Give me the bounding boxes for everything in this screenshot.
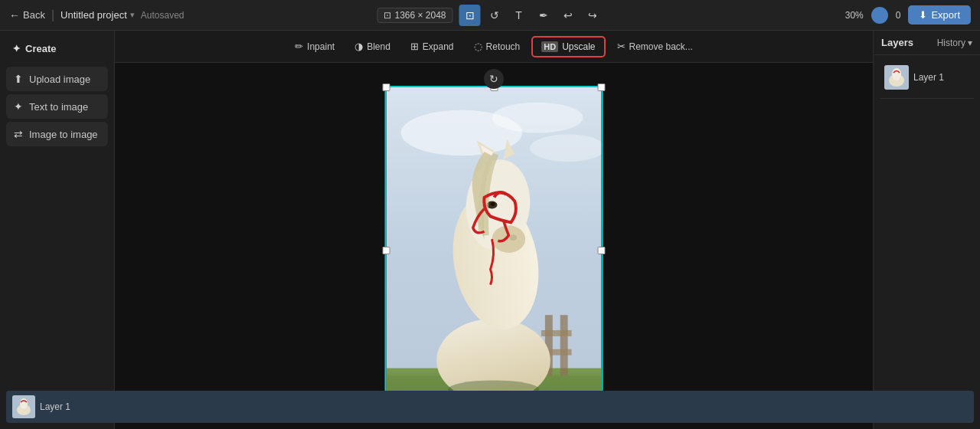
history-arrow-icon: ▾ xyxy=(968,38,972,48)
sidebar-item-image-to-image[interactable]: ⇄ Image to image xyxy=(6,122,108,146)
redo-tool-icon[interactable]: ↪ xyxy=(582,5,603,26)
layer-1-label: Layer 1 xyxy=(913,72,944,83)
blend-tool-button[interactable]: ◑ Blend xyxy=(346,37,399,56)
canvas-refresh-button[interactable]: ↻ xyxy=(484,69,504,89)
horse-image xyxy=(387,87,602,414)
svg-point-16 xyxy=(491,202,495,206)
main-layout: ✦ Create ⬆ Upload image ✦ Text to image … xyxy=(0,31,980,429)
pen-tool-icon[interactable]: ✒ xyxy=(533,5,554,26)
back-arrow-icon: ← xyxy=(9,9,20,21)
expand-tool-button[interactable]: ⊞ Expand xyxy=(402,37,462,56)
upscale-tool-button[interactable]: HD Upscale xyxy=(531,36,605,57)
select-tool-icon[interactable]: ⊡ xyxy=(459,5,481,26)
create-plus-icon: ✦ xyxy=(12,43,21,54)
layers-label: Layers xyxy=(881,37,913,48)
retouch-tool-button[interactable]: ◌ Retouch xyxy=(466,37,529,56)
create-label: Create xyxy=(25,43,56,54)
history-label: History xyxy=(937,38,965,48)
layer-active-item[interactable]: Layer 1 xyxy=(6,391,974,423)
svg-point-14 xyxy=(509,234,517,241)
image-to-image-label: Image to image xyxy=(29,129,98,140)
project-name-text: Untitled project xyxy=(60,9,127,21)
svg-point-26 xyxy=(20,398,28,409)
svg-point-2 xyxy=(492,103,583,133)
upscale-label: Upscale xyxy=(562,41,595,52)
canvas-refresh-area: ↻ xyxy=(484,69,504,89)
zoom-level: 30% xyxy=(845,10,864,21)
export-button[interactable]: ⬇ Export xyxy=(908,5,971,25)
handle-middle-left[interactable] xyxy=(383,247,390,254)
layer-1-thumbnail xyxy=(884,65,909,90)
svg-rect-7 xyxy=(560,315,568,375)
project-dropdown-icon: ▾ xyxy=(130,10,135,20)
canvas-toolbar: ✏ Inpaint ◑ Blend ⊞ Expand ◌ Retouch HD … xyxy=(115,31,873,63)
upload-icon: ⬆ xyxy=(14,73,23,85)
history-button[interactable]: History ▾ xyxy=(937,38,972,48)
topbar: ← Back | Untitled project ▾ Autosaved ⊡ … xyxy=(0,0,980,31)
notif-count-text: 0 xyxy=(896,10,901,21)
back-label: Back xyxy=(23,9,45,21)
text-to-image-label: Text to image xyxy=(29,101,88,113)
notif-count: 0 xyxy=(896,10,901,21)
create-button[interactable]: ✦ Create xyxy=(6,38,108,59)
export-label: Export xyxy=(931,9,960,21)
handle-middle-right[interactable] xyxy=(598,247,606,254)
layer-active-label: Layer 1 xyxy=(40,401,70,412)
refresh-tool-icon[interactable]: ↺ xyxy=(484,5,505,26)
text-tool-icon[interactable]: T xyxy=(508,5,530,26)
inpaint-tool-button[interactable]: ✏ Inpaint xyxy=(286,37,343,56)
topbar-right: 30% 0 ⬇ Export xyxy=(845,5,971,25)
svg-rect-8 xyxy=(541,330,572,336)
remove-bg-icon: ✂ xyxy=(617,41,626,52)
text-to-image-icon: ✦ xyxy=(14,100,23,113)
handle-top-right[interactable] xyxy=(598,84,606,91)
remove-bg-label: Remove back... xyxy=(629,41,693,52)
upscale-hd-icon: HD xyxy=(541,41,558,52)
layer-active-thumbnail xyxy=(12,395,35,418)
layers-content: Layer 1 Layer 1 xyxy=(874,55,980,429)
layers-divider xyxy=(880,98,974,99)
remove-bg-tool-button[interactable]: ✂ Remove back... xyxy=(609,37,701,56)
inpaint-label: Inpaint xyxy=(307,41,335,52)
resolution-badge: ⊡ 1366 × 2048 xyxy=(377,8,452,23)
canvas-image-wrapper[interactable] xyxy=(385,86,603,415)
undo-tool-icon[interactable]: ↩ xyxy=(557,5,579,26)
canvas-refresh-icon: ↻ xyxy=(489,73,498,85)
inpaint-icon: ✏ xyxy=(295,41,303,52)
back-button[interactable]: ← Back xyxy=(9,9,45,21)
retouch-label: Retouch xyxy=(486,41,521,52)
handle-top-left[interactable] xyxy=(383,84,390,91)
topbar-center: ⊡ 1366 × 2048 ⊡ ↺ T ✒ ↩ ↪ xyxy=(377,5,603,26)
image-to-image-icon: ⇄ xyxy=(14,128,23,140)
frame-icon: ⊡ xyxy=(384,10,391,21)
layer-1-item[interactable]: Layer 1 xyxy=(880,61,974,93)
svg-point-13 xyxy=(492,225,526,253)
retouch-icon: ◌ xyxy=(474,41,482,52)
upload-image-label: Upload image xyxy=(29,74,90,85)
layers-header: Layers History ▾ xyxy=(874,31,980,55)
canvas-area: ✏ Inpaint ◑ Blend ⊞ Expand ◌ Retouch HD … xyxy=(115,31,873,429)
topbar-left: ← Back | Untitled project ▾ Autosaved xyxy=(9,8,185,22)
left-sidebar: ✦ Create ⬆ Upload image ✦ Text to image … xyxy=(0,31,115,429)
sidebar-item-text-to-image[interactable]: ✦ Text to image xyxy=(6,94,108,119)
expand-icon: ⊞ xyxy=(410,41,419,52)
svg-point-23 xyxy=(892,68,901,80)
blend-icon: ◑ xyxy=(354,41,363,52)
export-icon: ⬇ xyxy=(919,9,927,21)
right-sidebar: Layers History ▾ Layer 1 xyxy=(873,31,980,429)
blend-label: Blend xyxy=(367,41,390,52)
user-avatar xyxy=(871,7,888,24)
resolution-text: 1366 × 2048 xyxy=(394,10,446,21)
expand-label: Expand xyxy=(423,41,454,52)
project-name[interactable]: Untitled project ▾ xyxy=(60,9,135,21)
toolbar-icons: ⊡ ↺ T ✒ ↩ ↪ xyxy=(459,5,603,26)
autosaved-label: Autosaved xyxy=(141,10,185,21)
sidebar-item-upload-image[interactable]: ⬆ Upload image xyxy=(6,67,108,91)
